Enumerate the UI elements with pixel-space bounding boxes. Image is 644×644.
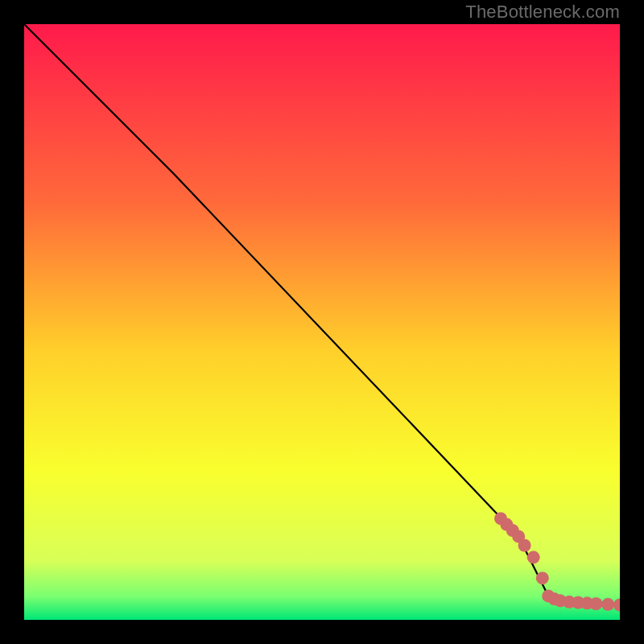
chart-frame: TheBottleneck.com <box>0 0 644 644</box>
data-marker <box>589 597 602 610</box>
data-marker <box>536 572 549 584</box>
data-marker <box>527 551 540 564</box>
data-marker <box>601 598 614 611</box>
attribution-label: TheBottleneck.com <box>465 2 620 23</box>
chart-svg <box>24 24 620 620</box>
data-marker <box>518 539 531 552</box>
